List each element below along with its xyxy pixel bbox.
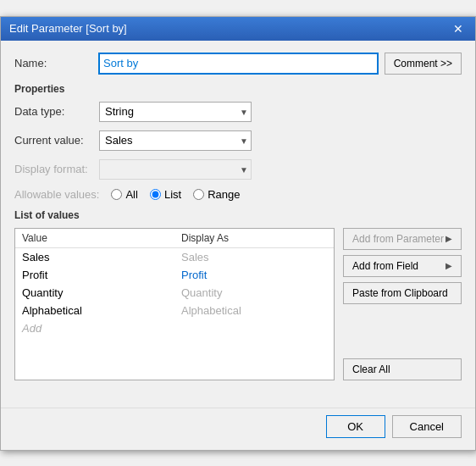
- allowable-list-option[interactable]: List: [150, 188, 181, 201]
- value-cell: Sales: [15, 247, 174, 266]
- display-as-column-header: Display As: [174, 229, 334, 248]
- allowable-radio-group: All List Range: [111, 188, 240, 201]
- current-value-row: Current value: Sales Profit Quantity Alp…: [14, 130, 462, 151]
- bottom-buttons: OK Cancel: [1, 408, 475, 450]
- dialog-title: Edit Parameter [Sort by]: [9, 22, 127, 35]
- add-display-placeholder: [174, 319, 334, 337]
- data-type-select[interactable]: String Integer Float Boolean Date DateTi…: [99, 102, 252, 122]
- add-from-field-arrow-icon: ▶: [446, 261, 452, 270]
- current-value-wrapper: Sales Profit Quantity Alphabetical ▼: [99, 130, 252, 151]
- name-input[interactable]: [99, 53, 378, 74]
- value-column-header: Value: [15, 229, 174, 248]
- name-row: Name: Comment >>: [14, 53, 462, 75]
- allowable-range-option[interactable]: Range: [193, 188, 240, 201]
- table-row[interactable]: Quantity Quantity: [15, 284, 334, 302]
- table-row[interactable]: Alphabetical Alphabetical: [15, 302, 334, 319]
- properties-section: Properties Data type: String Integer Flo…: [14, 83, 462, 180]
- clear-all-label: Clear All: [352, 363, 390, 375]
- value-cell: Profit: [15, 266, 174, 284]
- display-format-row: Display format: ▼: [14, 159, 462, 180]
- add-placeholder: Add: [15, 319, 174, 337]
- allowable-all-radio[interactable]: [111, 189, 122, 200]
- add-from-parameter-label: Add from Parameter: [352, 233, 444, 245]
- add-from-field-button[interactable]: Add from Field ▶: [343, 255, 462, 277]
- allowable-list-radio[interactable]: [150, 189, 161, 200]
- add-from-parameter-button[interactable]: Add from Parameter ▶: [343, 228, 462, 250]
- add-from-parameter-arrow-icon: ▶: [446, 234, 452, 243]
- close-button[interactable]: ✕: [450, 22, 467, 36]
- allowable-range-label: Range: [208, 188, 240, 201]
- allowable-list-label: List: [164, 188, 181, 201]
- allowable-all-option[interactable]: All: [111, 188, 137, 201]
- list-container: Value Display As Sales Sales Profit: [14, 228, 462, 380]
- current-value-label: Current value:: [14, 134, 99, 147]
- add-from-field-label: Add from Field: [352, 260, 418, 272]
- value-cell: Alphabetical: [15, 302, 174, 319]
- display-format-label: Display format:: [14, 163, 99, 175]
- table-row[interactable]: Sales Sales: [15, 247, 334, 266]
- title-bar: Edit Parameter [Sort by] ✕: [1, 17, 475, 41]
- allowable-range-radio[interactable]: [193, 189, 204, 200]
- allowable-all-label: All: [125, 188, 137, 201]
- list-of-values-label: List of values: [14, 209, 462, 221]
- dialog: Edit Parameter [Sort by] ✕ Name: Comment…: [0, 16, 476, 451]
- allowable-values-label: Allowable values:: [14, 188, 99, 201]
- data-type-row: Data type: String Integer Float Boolean …: [14, 102, 462, 122]
- dialog-content: Name: Comment >> Properties Data type: S…: [1, 41, 475, 401]
- table-row[interactable]: Profit Profit: [15, 266, 334, 284]
- paste-from-clipboard-button[interactable]: Paste from Clipboard: [343, 282, 462, 304]
- clear-all-button[interactable]: Clear All: [343, 358, 462, 380]
- data-type-wrapper: String Integer Float Boolean Date DateTi…: [99, 102, 252, 122]
- paste-from-clipboard-label: Paste from Clipboard: [352, 287, 448, 299]
- name-label: Name:: [14, 57, 99, 69]
- cancel-button[interactable]: Cancel: [392, 415, 462, 438]
- table-header-row: Value Display As: [15, 229, 334, 248]
- add-row[interactable]: Add: [15, 319, 334, 337]
- comment-button[interactable]: Comment >>: [385, 53, 462, 75]
- side-buttons-panel: Add from Parameter ▶ Add from Field ▶ Pa…: [343, 228, 462, 380]
- display-cell: Profit: [174, 266, 334, 284]
- display-cell: Quantity: [174, 284, 334, 302]
- data-type-label: Data type:: [14, 105, 99, 118]
- allowable-values-row: Allowable values: All List Range: [14, 188, 462, 201]
- display-cell: Alphabetical: [174, 302, 334, 319]
- list-table-wrapper: Value Display As Sales Sales Profit: [14, 228, 335, 380]
- display-format-select[interactable]: [99, 159, 252, 180]
- current-value-select[interactable]: Sales Profit Quantity Alphabetical: [99, 130, 252, 151]
- list-table: Value Display As Sales Sales Profit: [15, 229, 334, 337]
- properties-label: Properties: [14, 83, 462, 95]
- list-of-values-section: List of values Value Display As: [14, 209, 462, 380]
- ok-button[interactable]: OK: [326, 415, 385, 438]
- value-cell: Quantity: [15, 284, 174, 302]
- display-format-wrapper: ▼: [99, 159, 252, 180]
- display-cell: Sales: [174, 247, 334, 266]
